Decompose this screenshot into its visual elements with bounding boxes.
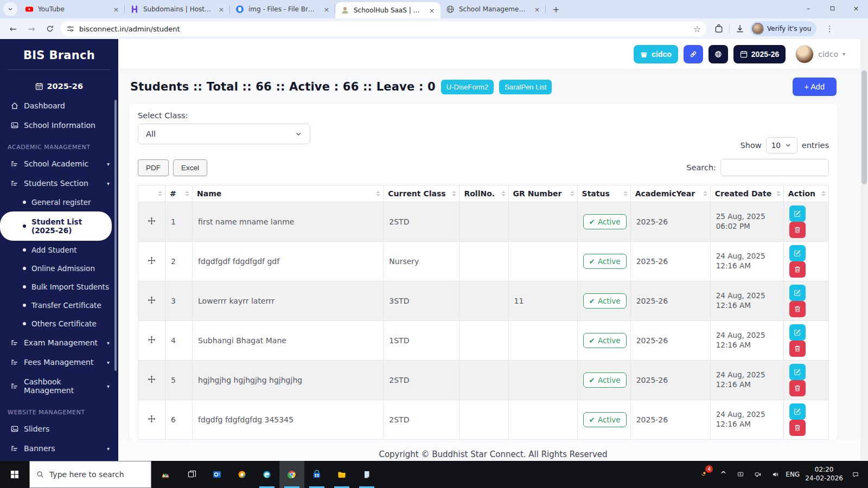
profile-button[interactable]: Verify it's you xyxy=(750,21,816,36)
sidebar-item-online-admission[interactable]: Online Admission xyxy=(0,259,118,278)
explorer-taskbar-icon[interactable] xyxy=(329,461,354,488)
column-header-Name[interactable]: Name xyxy=(193,185,384,202)
edit-button[interactable] xyxy=(789,364,806,380)
sidebar-item-student-list-2025-26-[interactable]: Student List (2025-26) xyxy=(0,211,112,241)
reload-button[interactable] xyxy=(42,21,58,36)
sidebar-item-school-academic[interactable]: School Academic▾ xyxy=(0,154,118,174)
tab-search-button[interactable] xyxy=(3,2,17,16)
sidebar-item-fees-management[interactable]: Fees Management▾ xyxy=(0,352,118,372)
excel-export-button[interactable]: Excel xyxy=(173,159,207,176)
browser-tab[interactable]: School Management System D× xyxy=(441,0,546,18)
new-tab-button[interactable]: + xyxy=(549,2,563,16)
edit-button[interactable] xyxy=(789,245,806,261)
tab-close-icon[interactable]: × xyxy=(112,5,120,14)
status-badge[interactable]: ✔Active xyxy=(583,333,627,348)
edit-button[interactable] xyxy=(789,206,806,222)
edit-button[interactable] xyxy=(789,285,806,301)
session-year[interactable]: 2025-26 xyxy=(0,70,118,96)
sidebar-item-school-information[interactable]: School Information xyxy=(0,115,118,135)
taskbar-search[interactable]: Type here to search xyxy=(29,461,151,488)
column-header-#[interactable]: # xyxy=(165,185,193,202)
column-header-Created Date[interactable]: Created Date xyxy=(710,185,783,202)
sidebar-item-cashbook-management[interactable]: Cashbook Management▾ xyxy=(0,372,118,400)
copilot-taskbar-icon[interactable] xyxy=(229,461,254,488)
extensions-icon[interactable] xyxy=(714,24,724,34)
sidebar-item-add-student[interactable]: Add Student xyxy=(0,241,118,259)
tab-close-icon[interactable]: × xyxy=(427,6,436,15)
search-input[interactable] xyxy=(720,159,829,176)
sidebar-item-bulk-import-students[interactable]: Bulk Import Students xyxy=(0,278,118,296)
row-drag-cell[interactable] xyxy=(138,242,165,281)
saralpen-list-button[interactable]: SaralPen List xyxy=(499,80,552,94)
column-header-GR Number[interactable]: GR Number xyxy=(508,185,577,202)
sidebar-item-banners[interactable]: Banners▾ xyxy=(0,439,118,458)
start-button[interactable] xyxy=(0,461,29,488)
status-badge[interactable]: ✔Active xyxy=(583,373,627,388)
close-window-button[interactable]: × xyxy=(844,0,868,16)
back-button[interactable]: ← xyxy=(5,21,21,36)
sidebar-scrollbar[interactable] xyxy=(114,100,117,371)
column-header-AcademicYear[interactable]: AcademicYear xyxy=(630,185,710,202)
status-badge[interactable]: ✔Active xyxy=(583,412,627,427)
maximize-button[interactable] xyxy=(820,0,844,16)
page-scrollbar-thumb[interactable] xyxy=(861,70,867,184)
address-bar[interactable]: bisconnect.in/admin/student ☆ xyxy=(61,21,706,36)
volume-icon[interactable] xyxy=(767,461,783,488)
tab-close-icon[interactable]: × xyxy=(322,5,331,14)
chrome-taskbar-icon[interactable] xyxy=(279,461,304,488)
delete-button[interactable] xyxy=(789,420,806,436)
page-scrollbar[interactable] xyxy=(860,39,868,461)
delete-button[interactable] xyxy=(789,222,806,238)
widgets-button[interactable] xyxy=(151,461,180,488)
forward-button[interactable]: → xyxy=(24,21,39,36)
row-drag-cell[interactable] xyxy=(138,321,165,361)
site-link-button[interactable] xyxy=(684,45,703,63)
language-globe-button[interactable] xyxy=(709,45,728,63)
status-badge[interactable]: ✔Active xyxy=(583,214,627,229)
outlook-taskbar-icon[interactable] xyxy=(205,461,229,488)
action-center-icon[interactable] xyxy=(847,461,864,488)
edge-taskbar-icon[interactable] xyxy=(254,461,279,488)
clock[interactable]: 02:20 24-02-2026 xyxy=(802,466,846,483)
row-drag-cell[interactable] xyxy=(138,281,165,321)
browser-tab[interactable]: SchoolHub SaaS | Admin Panel× xyxy=(335,2,441,18)
edit-button[interactable] xyxy=(789,324,806,341)
row-drag-cell[interactable] xyxy=(138,361,165,400)
status-badge[interactable]: ✔Active xyxy=(583,293,627,309)
delete-button[interactable] xyxy=(789,341,806,357)
network-icon[interactable] xyxy=(750,461,766,488)
column-header-Current Class[interactable]: Current Class xyxy=(384,185,459,202)
tab-close-icon[interactable]: × xyxy=(217,5,226,14)
sidebar-item-general-register[interactable]: General register xyxy=(0,193,118,211)
sidebar-item-students-section[interactable]: Students Section▾ xyxy=(0,174,118,193)
url-text[interactable]: bisconnect.in/admin/student xyxy=(79,25,689,33)
store-taskbar-icon[interactable] xyxy=(304,461,329,488)
row-drag-cell[interactable] xyxy=(138,400,165,440)
sidebar-item-dashboard[interactable]: Dashboard xyxy=(0,96,118,115)
sidebar-item-sliders[interactable]: Sliders xyxy=(0,419,118,439)
user-menu[interactable]: cidco ▾ xyxy=(795,45,845,63)
sidebar-item-transfer-certificate[interactable]: Transfer Certificate xyxy=(0,296,118,314)
edit-button[interactable] xyxy=(789,403,806,420)
delete-button[interactable] xyxy=(789,380,806,396)
bookmark-star-icon[interactable]: ☆ xyxy=(693,24,701,34)
pdf-export-button[interactable]: PDF xyxy=(138,159,169,176)
column-header-Status[interactable]: Status xyxy=(577,185,630,202)
sidebar-item-gallery[interactable]: Gallery xyxy=(0,458,118,461)
column-header-drag[interactable] xyxy=(138,185,165,202)
language-indicator[interactable]: ENG xyxy=(784,461,801,488)
class-select[interactable]: All xyxy=(138,124,310,144)
browser-tab[interactable]: Subdomains | Hostinger× xyxy=(125,0,230,18)
meet-now-icon[interactable] xyxy=(732,461,749,488)
site-info-icon[interactable] xyxy=(66,24,75,33)
browser-tab[interactable]: YouTube× xyxy=(20,0,125,18)
column-header-Action[interactable]: Action xyxy=(783,185,828,202)
status-badge[interactable]: ✔Active xyxy=(583,254,627,269)
notes-taskbar-icon[interactable] xyxy=(354,461,379,488)
sidebar-item-exam-management[interactable]: Exam Management▾ xyxy=(0,333,118,352)
delete-button[interactable] xyxy=(789,261,806,278)
column-header-RollNo.[interactable]: RollNo. xyxy=(459,185,508,202)
sidebar-item-others-certificate[interactable]: Others Certificate xyxy=(0,314,118,333)
delete-button[interactable] xyxy=(789,301,806,317)
downloads-icon[interactable] xyxy=(735,24,745,34)
